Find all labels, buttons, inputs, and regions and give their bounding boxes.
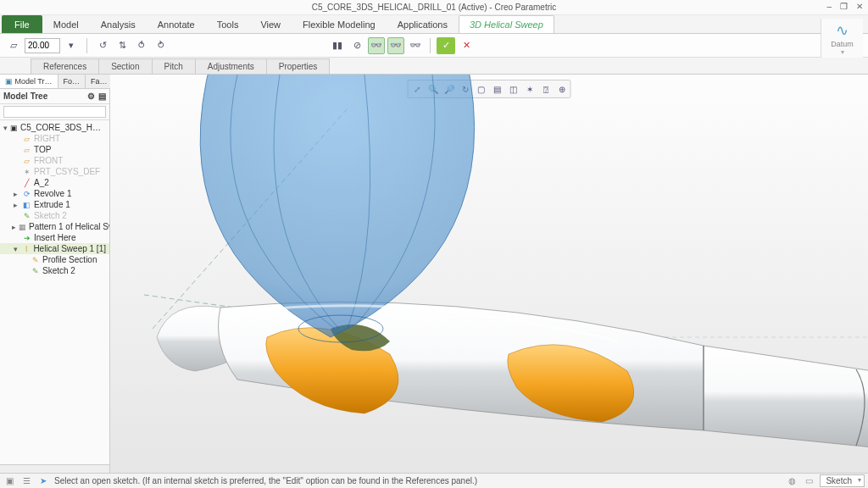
model-graphics: [110, 75, 868, 473]
sweep-option1-icon[interactable]: ↺: [94, 37, 111, 54]
subtab-pitch[interactable]: Pitch: [153, 58, 196, 74]
sweep-option4-icon[interactable]: ⥁: [153, 37, 170, 54]
helical-icon: ⌇: [22, 244, 31, 253]
tree-item-label: Sketch 2: [42, 266, 75, 275]
window-titlebar: C5_CORE_3DS_HELICAL_DRILL_01 (Active) - …: [0, 0, 868, 15]
sweep-option2-icon[interactable]: ⇅: [114, 37, 131, 54]
status-geom-icon[interactable]: ◍: [786, 475, 798, 487]
status-info-icon[interactable]: ➤: [37, 475, 49, 487]
status-bar: ▣ ☰ ➤ Select an open sketch. (If an inte…: [0, 473, 868, 488]
subtab-references[interactable]: References: [31, 58, 99, 74]
tree-item-revolve[interactable]: ▸⟳ Revolve 1: [0, 188, 109, 199]
tree-item-extrude[interactable]: ▸◧ Extrude 1: [0, 199, 109, 210]
tree-item-label: Helical Sweep 1 [1]: [33, 244, 106, 253]
tab-analysis[interactable]: Analysis: [90, 15, 147, 33]
model-tree-panel: ▣ Model Tr… Fo… Fa… Model Tree ⚙ ▤ ▾▣ C5…: [0, 75, 110, 473]
ok-button[interactable]: ✓: [437, 37, 455, 54]
tree-body[interactable]: ▾▣ C5_CORE_3DS_HELICAL_DRILL_01.PR ▱ RIG…: [0, 120, 109, 464]
tree-tab-model[interactable]: ▣ Model Tr…: [0, 75, 58, 88]
tree-scrollbar[interactable]: [0, 464, 109, 473]
separator: [430, 38, 431, 53]
tab-file[interactable]: File: [2, 15, 42, 33]
tab-view[interactable]: View: [249, 15, 292, 33]
tab-tools[interactable]: Tools: [206, 15, 250, 33]
csys-icon: ✶: [22, 167, 31, 176]
tree-item-insert[interactable]: ➔ Insert Here: [0, 232, 109, 243]
tab-3d-helical-sweep[interactable]: 3D Helical Sweep: [459, 15, 554, 33]
feature-subtabs: References Section Pitch Adjustments Pro…: [0, 58, 868, 75]
tree-header: Model Tree ⚙ ▤: [0, 89, 109, 104]
tree-tabs: ▣ Model Tr… Fo… Fa…: [0, 75, 109, 89]
tree-item-label: Pattern 1 of Helical Sweep 1: [29, 222, 109, 231]
tree-filter-icon[interactable]: ▤: [98, 92, 106, 101]
tree-settings-icon[interactable]: ⚙: [87, 92, 95, 101]
subtab-adjustments[interactable]: Adjustments: [196, 58, 267, 74]
tree-item-label: Extrude 1: [34, 200, 70, 209]
datum-dropdown-icon[interactable]: ▾: [841, 48, 844, 56]
preview-attached-icon[interactable]: 👓: [368, 37, 385, 54]
tree-root-label: C5_CORE_3DS_HELICAL_DRILL_01.PR: [20, 123, 106, 132]
separator: [86, 38, 87, 53]
status-regen-icon[interactable]: ▣: [3, 475, 15, 487]
subtab-section[interactable]: Section: [99, 58, 152, 74]
preview-unattached-icon[interactable]: 👓: [387, 37, 404, 54]
tree-item-label: Sketch 2: [34, 211, 67, 220]
status-filter-icon[interactable]: ☰: [20, 475, 32, 487]
sketch-icon: ✎: [22, 211, 31, 220]
window-controls: – ❐ ✕: [826, 2, 863, 11]
tree-item-label: A_2: [34, 178, 49, 187]
tree-item-top[interactable]: ▱ TOP: [0, 144, 109, 155]
tree-tab-favorites[interactable]: Fa…: [86, 75, 114, 88]
insert-icon: ➔: [22, 233, 31, 242]
tree-item-label: PRT_CSYS_DEF: [34, 167, 100, 176]
window-maximize[interactable]: ❐: [840, 2, 848, 11]
status-message: Select an open sketch. (If an internal s…: [54, 476, 781, 485]
tree-header-label: Model Tree: [3, 92, 47, 101]
cancel-button[interactable]: ✕: [458, 37, 475, 54]
window-close[interactable]: ✕: [856, 2, 863, 11]
tree-item-label: Insert Here: [34, 233, 75, 242]
tree-tab-folders[interactable]: Fo…: [58, 75, 86, 88]
tab-model[interactable]: Model: [42, 15, 90, 33]
plane-icon: ▱: [22, 145, 31, 154]
tab-applications[interactable]: Applications: [387, 15, 459, 33]
tree-item-helical[interactable]: ▾⌇ Helical Sweep 1 [1]: [0, 243, 109, 254]
datum-label: Datum: [831, 40, 854, 48]
tree-search-input[interactable]: [3, 106, 106, 118]
graphics-viewport[interactable]: ⤢ 🔍 🔎 ↻ ▢ ▤ ◫ ✶ ⍰ ⊕: [110, 75, 868, 473]
tree-item-csys[interactable]: ✶ PRT_CSYS_DEF: [0, 166, 109, 177]
pitch-input[interactable]: [25, 38, 60, 53]
tree-item-profile[interactable]: ✎ Profile Section: [0, 254, 109, 265]
revolve-icon: ⟳: [22, 189, 31, 198]
plane-icon: ▱: [22, 134, 31, 143]
pause-icon[interactable]: ▮▮: [329, 37, 346, 54]
ribbon-tabs: File Model Analysis Annotate Tools View …: [0, 15, 868, 34]
tab-annotate[interactable]: Annotate: [147, 15, 206, 33]
surface-toggle-icon[interactable]: ▱: [5, 37, 22, 54]
feature-toolbar: ▱ ▾ ↺ ⇅ ⥀ ⥁ ▮▮ ⊘ 👓 👓 👓 ✓ ✕ ∿ Datum ▾: [0, 34, 868, 58]
tree-item-right[interactable]: ▱ RIGHT: [0, 133, 109, 144]
tree-item-label: TOP: [34, 145, 51, 154]
tree-item-sketch2a[interactable]: ✎ Sketch 2: [0, 210, 109, 221]
plane-icon: ▱: [22, 156, 31, 165]
tree-item-pattern[interactable]: ▸▦ Pattern 1 of Helical Sweep 1: [0, 221, 109, 232]
pattern-icon: ▦: [19, 222, 26, 231]
window-title: C5_CORE_3DS_HELICAL_DRILL_01 (Active) - …: [312, 3, 556, 12]
status-select-icon[interactable]: ▭: [803, 475, 815, 487]
datum-panel: ∿ Datum ▾: [821, 19, 863, 58]
no-preview-icon[interactable]: ⊘: [348, 37, 365, 54]
status-sketch-combo[interactable]: Sketch: [820, 474, 865, 487]
verify-icon[interactable]: 👓: [407, 37, 424, 54]
tree-item-label: RIGHT: [34, 134, 60, 143]
tree-item-axis[interactable]: ╱ A_2: [0, 177, 109, 188]
datum-icon[interactable]: ∿: [836, 21, 849, 40]
sweep-option3-icon[interactable]: ⥀: [133, 37, 150, 54]
subtab-properties[interactable]: Properties: [267, 58, 331, 74]
profile-icon: ✎: [31, 255, 40, 264]
window-minimize[interactable]: –: [826, 2, 832, 11]
tree-root[interactable]: ▾▣ C5_CORE_3DS_HELICAL_DRILL_01.PR: [0, 122, 109, 133]
tree-item-front[interactable]: ▱ FRONT: [0, 155, 109, 166]
pitch-dropdown-icon[interactable]: ▾: [63, 37, 80, 54]
tab-flexible-modeling[interactable]: Flexible Modeling: [292, 15, 387, 33]
tree-item-sketch2b[interactable]: ✎ Sketch 2: [0, 265, 109, 276]
